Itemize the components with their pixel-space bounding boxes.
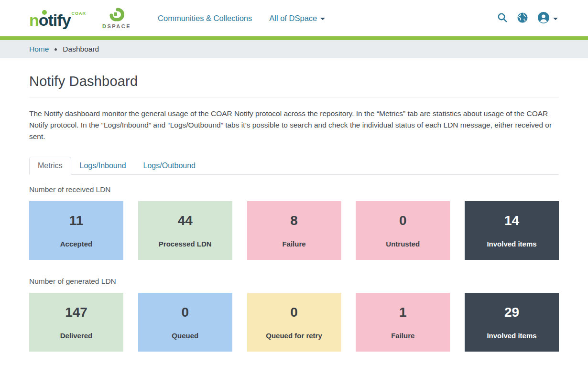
metric-label: Queued for retry — [266, 332, 322, 340]
metric-value: 8 — [290, 213, 298, 228]
metric-label: Failure — [282, 240, 305, 248]
metric-value: 14 — [504, 213, 519, 228]
breadcrumb: Home Dashboard — [0, 40, 588, 58]
breadcrumb-separator — [54, 48, 57, 51]
metric-label: Involved items — [487, 240, 536, 248]
dspace-logo[interactable]: DSPACE — [102, 8, 131, 29]
page-title: Notify Dashboard — [29, 74, 559, 89]
metrics-sections: Number of received LDN11Accepted44Proces… — [29, 185, 559, 352]
metric-label: Queued — [172, 332, 198, 340]
metric-card[interactable]: 44Processed LDN — [138, 201, 232, 260]
metric-value: 11 — [69, 213, 84, 228]
user-icon — [537, 11, 550, 25]
chevron-down-icon — [320, 18, 325, 20]
metric-card[interactable]: 0Queued — [138, 293, 232, 352]
globe-icon — [517, 12, 528, 25]
user-menu-button[interactable] — [536, 11, 559, 26]
navbar-actions — [496, 11, 559, 26]
metric-label: Involved items — [487, 332, 536, 340]
metric-cards-row: 147Delivered0Queued0Queued for retry1Fai… — [29, 293, 559, 352]
metric-value: 44 — [178, 213, 193, 228]
metric-value: 0 — [399, 213, 407, 228]
metric-value: 0 — [290, 305, 298, 320]
metric-card[interactable]: 8Failure — [247, 201, 341, 260]
dspace-logo-icon — [108, 8, 126, 22]
dspace-wordmark: DSPACE — [102, 23, 131, 29]
main-nav: Communities & Collections All of DSpace — [158, 14, 325, 23]
section-heading: Number of generated LDN — [29, 277, 559, 286]
language-button[interactable] — [516, 11, 529, 26]
chevron-down-icon — [553, 18, 558, 20]
metric-card[interactable]: 11Accepted — [29, 201, 123, 260]
metric-label: Untrusted — [386, 240, 420, 248]
metric-card[interactable]: 14Involved items — [465, 201, 559, 260]
metric-card[interactable]: 0Untrusted — [356, 201, 450, 260]
metric-label: Processed LDN — [159, 240, 212, 248]
tab-logs-outbound[interactable]: Logs/Outbound — [135, 157, 204, 175]
search-icon — [497, 12, 508, 24]
metric-section: Number of generated LDN147Delivered0Queu… — [29, 277, 559, 352]
metric-value: 29 — [504, 305, 519, 320]
accent-divider — [0, 36, 588, 40]
notify-logo-n: n — [29, 11, 39, 29]
metric-label: Delivered — [60, 332, 93, 340]
metric-label: Failure — [391, 332, 414, 340]
metric-value: 0 — [181, 305, 189, 320]
tab-metrics[interactable]: Metrics — [29, 157, 71, 175]
section-heading: Number of received LDN — [29, 185, 559, 194]
dashboard-description: The Notify dashboard monitor the general… — [29, 108, 559, 142]
metric-section: Number of received LDN11Accepted44Proces… — [29, 185, 559, 260]
breadcrumb-home[interactable]: Home — [29, 45, 49, 54]
metric-value: 147 — [65, 305, 87, 320]
notify-logo-coar: COAR — [72, 8, 87, 16]
metric-card[interactable]: 1Failure — [356, 293, 450, 352]
metric-label: Accepted — [60, 240, 93, 248]
top-navbar: notify COAR DSPACE Communities & Collect… — [0, 0, 588, 36]
title-divider — [29, 97, 559, 97]
metric-card[interactable]: 0Queued for retry — [247, 293, 341, 352]
metric-card[interactable]: 29Involved items — [465, 293, 559, 352]
notify-coar-logo[interactable]: notify COAR — [29, 8, 86, 28]
search-button[interactable] — [496, 11, 509, 25]
breadcrumb-current: Dashboard — [63, 45, 99, 54]
nav-communities-collections[interactable]: Communities & Collections — [158, 14, 252, 23]
tab-logs-inbound[interactable]: Logs/Inbound — [71, 157, 135, 175]
notify-logo-dot — [42, 10, 47, 15]
metric-cards-row: 11Accepted44Processed LDN8Failure0Untrus… — [29, 201, 559, 260]
dashboard-tabs: Metrics Logs/Inbound Logs/Outbound — [29, 157, 559, 175]
metric-card[interactable]: 147Delivered — [29, 293, 123, 352]
metric-value: 1 — [399, 305, 407, 320]
nav-all-of-dspace[interactable]: All of DSpace — [269, 14, 325, 23]
main-content: Notify Dashboard The Notify dashboard mo… — [0, 74, 588, 352]
